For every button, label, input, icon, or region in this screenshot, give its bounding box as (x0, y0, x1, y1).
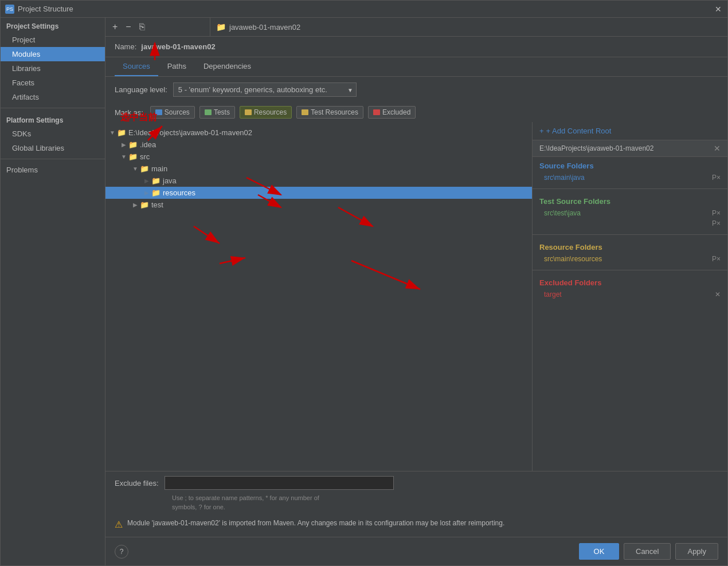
content-split: ▼ 📁 E:\IdeaProjects\javaweb-01-maven02 ▶… (105, 122, 727, 471)
test-source-folder-edit-btn[interactable]: P× (712, 209, 721, 217)
tree-node-label-root: E:\IdeaProjects\javaweb-01-maven02 (128, 128, 252, 137)
source-folder-path-java: src\main\java (544, 174, 585, 182)
section-divider-1 (533, 188, 727, 189)
title-bar: PS Project Structure ✕ (1, 1, 727, 18)
section-divider-2 (533, 234, 727, 235)
test-source-folder-actions: P× (712, 209, 721, 217)
warning-text: Module 'javaweb-01-maven02' is imported … (127, 518, 504, 528)
exclude-files-row: Exclude files: (115, 476, 718, 490)
tree-toggle-idea[interactable]: ▶ (119, 142, 128, 148)
name-row: Name: javaweb-01-maven02 (105, 37, 727, 57)
tree-node-label-java: java (163, 176, 177, 185)
test-source-folder-entry-2: P× (539, 218, 721, 229)
language-level-select-wrapper: 5 - 'enum' keyword, generics, autoboxing… (173, 82, 357, 97)
cancel-button[interactable]: Cancel (624, 543, 671, 560)
resource-folder-edit-btn[interactable]: P× (712, 255, 721, 263)
mark-tests-button[interactable]: Tests (199, 106, 235, 119)
tree-folder-icon-main: 📁 (140, 164, 149, 173)
tree-toggle-root[interactable]: ▼ (108, 129, 117, 136)
tree-node-label-test: test (151, 201, 163, 209)
tree-toggle-java[interactable]: ▶ (142, 178, 151, 184)
add-content-root-button[interactable]: + + Add Content Root (533, 122, 727, 140)
tab-paths[interactable]: Paths (159, 57, 194, 76)
source-folder-edit-btn[interactable]: P× (712, 174, 721, 182)
sidebar-item-problems[interactable]: Problems (1, 163, 105, 177)
module-list-item[interactable]: 📁 javaweb-01-maven02 (210, 19, 727, 35)
tree-node-resources[interactable]: ▶ 📁 resources (105, 187, 532, 199)
excluded-folder-entry-target: target ✕ (539, 289, 721, 300)
tree-node-main[interactable]: ▼ 📁 main (105, 163, 532, 175)
tree-folder-icon-idea: 📁 (128, 140, 138, 149)
file-tree[interactable]: ▼ 📁 E:\IdeaProjects\javaweb-01-maven02 ▶… (105, 122, 533, 471)
apply-button[interactable]: Apply (675, 543, 718, 560)
mark-sources-button[interactable]: Sources (150, 106, 195, 119)
module-toolbar: + − ⎘ (105, 18, 210, 36)
right-panel: + − ⎘ 📁 javaweb-01-maven02 Name: javaweb… (105, 18, 727, 565)
excluded-folder-actions-target: ✕ (715, 290, 721, 298)
add-icon: + (539, 127, 544, 135)
tree-node-java[interactable]: ▶ 📁 java (105, 175, 532, 187)
source-folder-entry-java: src\main\java P× (539, 172, 721, 183)
sidebar-item-modules[interactable]: Modules (1, 47, 105, 61)
tree-toggle-test[interactable]: ▶ (131, 202, 140, 208)
test-resources-folder-icon (302, 109, 308, 115)
sidebar-item-global-libraries[interactable]: Global Libraries (1, 141, 105, 155)
content-root-close-icon[interactable]: ✕ (714, 144, 721, 153)
mark-as-label: Mark as: (115, 108, 143, 117)
tab-sources[interactable]: Sources (115, 57, 158, 76)
tree-toggle-src[interactable]: ▼ (119, 154, 128, 160)
language-level-select[interactable]: 5 - 'enum' keyword, generics, autoboxing… (173, 82, 357, 97)
mark-excluded-button[interactable]: Excluded (368, 106, 416, 119)
sidebar-item-sdks[interactable]: SDKs (1, 127, 105, 141)
exclude-files-input[interactable] (165, 476, 394, 490)
mark-test-resources-button[interactable]: Test Resources (296, 106, 363, 119)
resources-folder-icon (245, 109, 252, 115)
tree-node-src[interactable]: ▼ 📁 src (105, 151, 532, 163)
sidebar-divider-2 (1, 159, 105, 159)
tree-node-test[interactable]: ▶ 📁 test (105, 199, 532, 211)
sidebar-item-facets[interactable]: Facets (1, 76, 105, 90)
warning-row: ⚠ Module 'javaweb-01-maven02' is importe… (115, 516, 718, 532)
resource-folder-path-main: src\main\resources (544, 255, 602, 263)
tree-node-idea[interactable]: ▶ 📁 .idea (105, 139, 532, 151)
module-item-name: javaweb-01-maven02 (229, 23, 300, 32)
warning-icon: ⚠ (115, 519, 123, 530)
add-module-button[interactable]: + (110, 21, 120, 33)
module-header: + − ⎘ 📁 javaweb-01-maven02 (105, 18, 727, 37)
tab-dependencies[interactable]: Dependencies (195, 57, 259, 76)
tree-node-label-idea: .idea (140, 140, 156, 149)
source-folders-section: Source Folders src\main\java P× (533, 157, 727, 185)
sidebar-item-project[interactable]: Project (1, 33, 105, 47)
remove-module-button[interactable]: − (123, 21, 133, 33)
sidebar-item-artifacts[interactable]: Artifacts (1, 90, 105, 104)
close-icon[interactable]: ✕ (714, 5, 723, 14)
tree-toggle-resources[interactable]: ▶ (142, 190, 151, 196)
tree-node-label-main: main (151, 164, 167, 173)
excluded-folders-section: Excluded Folders target ✕ (533, 274, 727, 302)
test-source-folder-actions-2: P× (712, 219, 721, 227)
copy-module-button[interactable]: ⎘ (137, 21, 147, 33)
exclude-hint-1: Use ; to separate name patterns, * for a… (172, 493, 718, 502)
sidebar-item-libraries[interactable]: Libraries (1, 61, 105, 76)
svg-line-4 (351, 261, 420, 289)
tree-toggle-main[interactable]: ▼ (131, 166, 140, 172)
tree-node-label-resources: resources (163, 188, 195, 197)
resource-folder-entry-main: src\main\resources P× (539, 254, 721, 264)
tree-folder-icon-resources: 📁 (151, 188, 161, 197)
title-bar-icon: PS (5, 5, 14, 14)
tree-folder-icon-root: 📁 (117, 128, 126, 137)
language-level-row: Language level: 5 - 'enum' keyword, gene… (105, 77, 727, 103)
ok-button[interactable]: OK (579, 543, 619, 560)
exclude-files-label: Exclude files: (115, 479, 159, 488)
info-panel: + + Add Content Root E:\IdeaProjects\jav… (533, 122, 727, 471)
resource-folders-title: Resource Folders (539, 243, 721, 251)
excluded-folder-remove-btn[interactable]: ✕ (715, 290, 721, 298)
help-button[interactable]: ? (115, 545, 128, 559)
mark-resources-button[interactable]: Resources (240, 106, 292, 119)
sources-folder-icon (155, 109, 162, 115)
title-bar-text: Project Structure (18, 5, 714, 13)
tree-node-root[interactable]: ▼ 📁 E:\IdeaProjects\javaweb-01-maven02 (105, 127, 532, 139)
resource-folders-section: Resource Folders src\main\resources P× (533, 238, 727, 266)
test-source-folder-remove-btn[interactable]: P× (712, 219, 721, 227)
module-name-value: javaweb-01-maven02 (141, 42, 215, 51)
